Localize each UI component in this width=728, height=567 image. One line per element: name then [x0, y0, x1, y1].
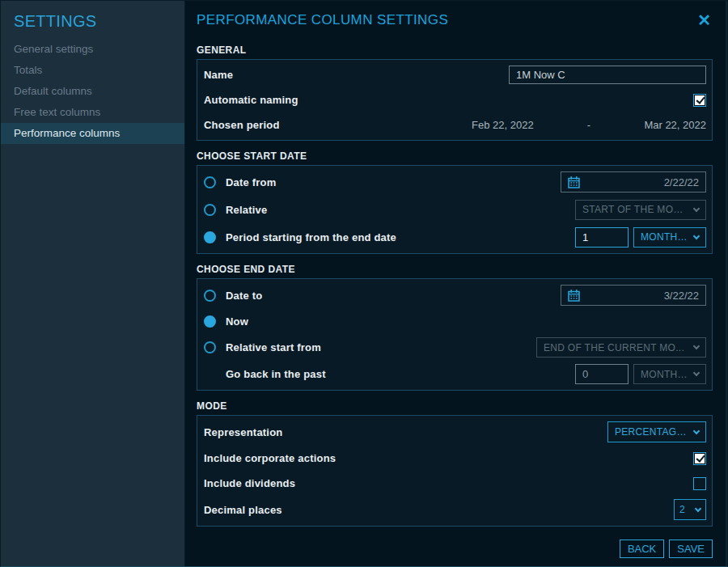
date-to-label: Date to — [226, 290, 262, 302]
go-back-label: Go back in the past — [226, 368, 326, 380]
relative-start-row: Relative start from END OF THE CURRENT M… — [197, 334, 712, 361]
period-starting-radio-option[interactable]: Period starting from the end date — [204, 231, 396, 243]
period-starting-controls: MONTH(S) — [575, 227, 706, 248]
performance-column-settings-panel: PERFORMANCE COLUMN SETTINGS ✕ GENERAL Na… — [185, 1, 727, 566]
include-corporate-actions-label: Include corporate actions — [204, 452, 336, 464]
relative-start-radio-option[interactable]: Relative start from — [204, 341, 321, 353]
mode-section: Representation PERCENTAGE % Include corp… — [197, 415, 713, 527]
representation-label: Representation — [204, 426, 282, 438]
relative-row: Relative START OF THE MONTH — [197, 196, 712, 223]
relative-start-label: Relative start from — [226, 341, 321, 353]
general-section: Name Automatic naming Chosen period Feb … — [197, 59, 713, 141]
date-from-field[interactable]: 2/22/22 — [561, 171, 706, 193]
now-radio-option[interactable]: Now — [204, 315, 248, 328]
decimal-places-value: 2 — [679, 504, 685, 515]
now-radio-icon[interactable] — [204, 315, 216, 328]
chevron-down-icon — [695, 505, 701, 511]
representation-value: PERCENTAGE % — [615, 426, 688, 438]
chosen-period-row: Chosen period Feb 22, 2022 - Mar 22, 202… — [197, 112, 712, 138]
date-from-radio-option[interactable]: Date from — [204, 176, 276, 188]
close-icon[interactable]: ✕ — [696, 12, 713, 28]
sidebar-title: SETTINGS — [1, 11, 184, 39]
sidebar-item-free-text-columns[interactable]: Free text columns — [1, 102, 184, 123]
decimal-places-row: Decimal places 2 — [197, 496, 712, 523]
chevron-down-icon — [693, 427, 700, 434]
include-corporate-actions-row: Include corporate actions — [197, 446, 712, 471]
go-back-controls: MONTH(S) — [575, 364, 706, 384]
calendar-icon — [568, 290, 580, 302]
date-to-radio-option[interactable]: Date to — [204, 290, 262, 302]
end-date-section-label: CHOOSE END DATE — [197, 264, 713, 275]
date-to-field[interactable]: 3/22/22 — [561, 285, 706, 306]
period-starting-radio-icon[interactable] — [204, 231, 216, 243]
relative-dropdown-value: START OF THE MONTH — [582, 204, 688, 215]
now-row: Now — [197, 309, 712, 334]
include-dividends-label: Include dividends — [204, 477, 295, 489]
automatic-naming-row: Automatic naming — [197, 87, 712, 112]
relative-label: Relative — [226, 204, 267, 216]
period-unit-value: MONTH(S) — [641, 231, 688, 243]
date-from-value: 2/22/22 — [664, 176, 699, 188]
sidebar-item-general-settings[interactable]: General settings — [1, 39, 184, 60]
date-to-radio-icon[interactable] — [204, 290, 216, 302]
chevron-down-icon — [693, 205, 700, 211]
sidebar-item-totals[interactable]: Totals — [1, 60, 184, 81]
chevron-down-icon — [693, 343, 700, 349]
date-from-row: Date from — [197, 168, 712, 196]
relative-radio-option[interactable]: Relative — [204, 204, 267, 216]
include-dividends-row: Include dividends — [197, 471, 712, 496]
include-corporate-actions-checkbox[interactable] — [693, 452, 706, 465]
period-starting-row: Period starting from the end date MONTH(… — [197, 223, 712, 251]
date-from-radio-icon[interactable] — [204, 176, 216, 188]
panel-header: PERFORMANCE COLUMN SETTINGS ✕ — [197, 1, 713, 40]
relative-start-radio-icon[interactable] — [204, 341, 216, 353]
end-date-section: Date to — [197, 278, 713, 391]
general-section-label: GENERAL — [197, 44, 713, 56]
relative-radio-icon[interactable] — [204, 204, 216, 216]
name-row: Name — [197, 62, 712, 87]
date-to-value: 3/22/22 — [664, 290, 699, 302]
period-start-date: Feb 22, 2022 — [472, 119, 534, 131]
mode-section-label: MODE — [197, 400, 713, 412]
include-dividends-checkbox[interactable] — [693, 477, 706, 490]
chosen-period-values: Feb 22, 2022 - Mar 22, 2022 — [472, 119, 706, 131]
period-count-input[interactable] — [575, 227, 629, 248]
period-end-date: Mar 22, 2022 — [644, 119, 706, 131]
back-button[interactable]: BACK — [620, 539, 664, 558]
save-button[interactable]: SAVE — [669, 539, 713, 558]
decimal-places-dropdown[interactable]: 2 — [674, 499, 706, 520]
panel-title: PERFORMANCE COLUMN SETTINGS — [197, 12, 448, 28]
period-starting-label: Period starting from the end date — [226, 231, 396, 243]
automatic-naming-checkbox[interactable] — [693, 94, 706, 107]
go-back-unit-value: MONTH(S) — [641, 369, 688, 380]
go-back-unit-dropdown[interactable]: MONTH(S) — [633, 364, 706, 384]
now-label: Now — [226, 315, 248, 328]
go-back-row: Go back in the past MONTH(S) — [197, 361, 712, 387]
period-separator: - — [587, 119, 590, 131]
relative-start-dropdown-value: END OF THE CURRENT MO... — [544, 342, 684, 353]
period-unit-dropdown[interactable]: MONTH(S) — [633, 227, 706, 248]
date-to-row: Date to — [197, 281, 712, 309]
sidebar-item-performance-columns[interactable]: Performance columns — [1, 123, 184, 144]
sidebar: SETTINGS General settings Totals Default… — [1, 1, 185, 566]
start-date-section: Date from — [197, 165, 713, 254]
calendar-icon — [568, 176, 580, 188]
representation-row: Representation PERCENTAGE % — [197, 418, 712, 446]
name-label: Name — [204, 69, 233, 81]
decimal-places-label: Decimal places — [204, 504, 282, 516]
name-input[interactable] — [509, 66, 706, 84]
settings-window: SETTINGS General settings Totals Default… — [0, 0, 728, 567]
start-date-section-label: CHOOSE START DATE — [197, 150, 713, 162]
go-back-count-input[interactable] — [575, 364, 629, 384]
chosen-period-label: Chosen period — [204, 119, 280, 131]
chevron-down-icon — [693, 370, 700, 376]
footer-actions: BACK SAVE — [197, 539, 713, 558]
date-from-label: Date from — [226, 176, 276, 188]
representation-dropdown[interactable]: PERCENTAGE % — [607, 421, 706, 442]
relative-dropdown[interactable]: START OF THE MONTH — [575, 200, 706, 220]
sidebar-item-default-columns[interactable]: Default columns — [1, 81, 184, 102]
relative-start-dropdown[interactable]: END OF THE CURRENT MO... — [536, 337, 706, 358]
automatic-naming-label: Automatic naming — [204, 94, 298, 106]
chevron-down-icon — [693, 232, 700, 239]
